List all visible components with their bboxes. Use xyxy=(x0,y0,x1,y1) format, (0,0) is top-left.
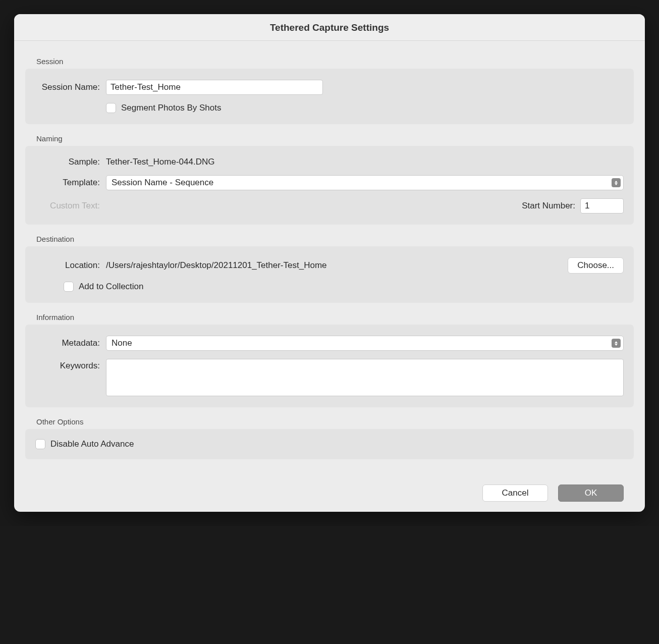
tethered-capture-dialog: Tethered Capture Settings Session Sessio… xyxy=(14,14,645,512)
segment-photos-checkbox[interactable] xyxy=(106,103,116,113)
template-row: Template: Session Name - Sequence xyxy=(35,171,624,194)
information-section: Metadata: None Keywords: xyxy=(25,325,634,407)
disable-auto-advance-label: Disable Auto Advance xyxy=(50,439,134,449)
custom-text-row: Custom Text: Start Number: xyxy=(35,194,624,218)
sample-row: Sample: Tether-Test_Home-044.DNG xyxy=(35,153,624,171)
keywords-label: Keywords: xyxy=(35,359,106,371)
segment-photos-label: Segment Photos By Shots xyxy=(121,103,221,113)
naming-section: Sample: Tether-Test_Home-044.DNG Templat… xyxy=(25,146,634,225)
choose-button[interactable]: Choose... xyxy=(568,257,624,274)
session-section: Session Name: Segment Photos By Shots xyxy=(25,69,634,124)
session-name-input[interactable] xyxy=(106,80,323,95)
metadata-select-value: None xyxy=(112,338,132,348)
destination-section: Location: /Users/rajeshtaylor/Desktop/20… xyxy=(25,246,634,303)
ok-button[interactable]: OK xyxy=(558,485,624,502)
sample-label: Sample: xyxy=(35,157,106,167)
metadata-row: Metadata: None xyxy=(35,332,624,355)
add-to-collection-row: Add to Collection xyxy=(35,278,624,296)
updown-icon xyxy=(612,178,621,187)
keywords-row: Keywords: xyxy=(35,355,624,400)
other-section-label: Other Options xyxy=(36,417,634,426)
sample-value: Tether-Test_Home-044.DNG xyxy=(106,157,214,167)
cancel-button[interactable]: Cancel xyxy=(482,485,548,502)
add-to-collection-label: Add to Collection xyxy=(79,282,144,292)
dialog-body: Session Session Name: Segment Photos By … xyxy=(14,41,645,512)
location-row: Location: /Users/rajeshtaylor/Desktop/20… xyxy=(35,253,624,278)
template-label: Template: xyxy=(35,178,106,188)
custom-text-label: Custom Text: xyxy=(35,201,106,211)
metadata-select[interactable]: None xyxy=(106,336,624,351)
disable-auto-advance-checkbox[interactable] xyxy=(35,439,45,449)
naming-section-label: Naming xyxy=(36,134,634,143)
session-section-label: Session xyxy=(36,57,634,66)
metadata-label: Metadata: xyxy=(35,338,106,348)
start-number-group: Start Number: xyxy=(522,198,624,213)
location-label: Location: xyxy=(35,260,106,271)
destination-section-label: Destination xyxy=(36,235,634,243)
add-to-collection-checkbox[interactable] xyxy=(64,282,74,292)
segment-photos-row: Segment Photos By Shots xyxy=(35,99,624,117)
session-name-row: Session Name: xyxy=(35,76,624,99)
information-section-label: Information xyxy=(36,313,634,321)
location-value: /Users/rajeshtaylor/Desktop/20211201_Tet… xyxy=(106,260,327,271)
session-name-label: Session Name: xyxy=(35,82,106,92)
other-section: Disable Auto Advance xyxy=(25,429,634,459)
template-select[interactable]: Session Name - Sequence xyxy=(106,175,624,190)
keywords-input[interactable] xyxy=(106,359,624,396)
start-number-input[interactable] xyxy=(580,198,624,213)
template-select-value: Session Name - Sequence xyxy=(112,178,213,187)
dialog-footer: Cancel OK xyxy=(25,469,634,512)
disable-auto-advance-row: Disable Auto Advance xyxy=(35,436,624,452)
dialog-header: Tethered Capture Settings xyxy=(14,14,645,41)
updown-icon xyxy=(612,339,621,348)
start-number-label: Start Number: xyxy=(522,201,575,211)
dialog-title: Tethered Capture Settings xyxy=(14,22,645,33)
